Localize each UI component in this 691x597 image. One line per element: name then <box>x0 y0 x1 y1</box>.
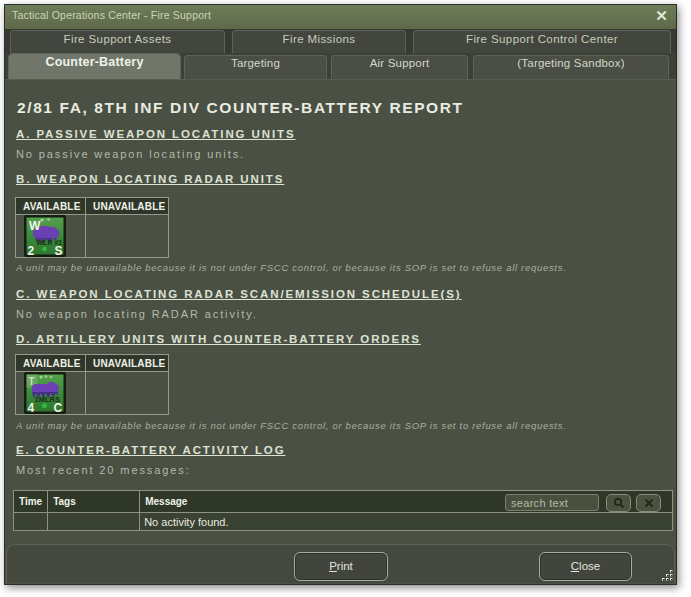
svg-text:W: W <box>29 219 41 233</box>
svg-text:C: C <box>54 401 63 415</box>
svg-text:T: T <box>29 376 35 387</box>
svg-text:2: 2 <box>28 244 35 258</box>
svg-text:4: 4 <box>28 401 35 415</box>
svg-text:S: S <box>55 244 63 258</box>
